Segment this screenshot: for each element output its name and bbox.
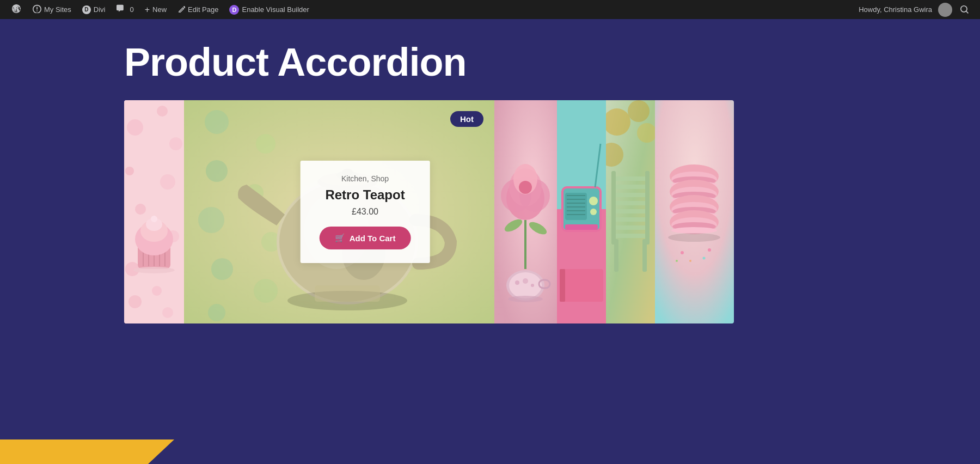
svg-point-22 <box>162 307 173 318</box>
add-to-cart-button[interactable]: 🛒 Add To Cart <box>320 227 411 249</box>
page-title-wrap: Product Accordion <box>0 41 466 100</box>
svg-rect-92 <box>611 176 650 181</box>
svg-point-27 <box>206 160 228 182</box>
my-sites-icon <box>33 4 41 15</box>
svg-point-3 <box>169 137 182 150</box>
comments-link[interactable]: 0 <box>111 0 139 19</box>
divi-link[interactable]: D Divi <box>77 0 111 19</box>
new-label: New <box>152 5 167 14</box>
svg-rect-96 <box>611 171 616 245</box>
svg-point-119 <box>681 251 684 254</box>
svg-point-75 <box>590 209 597 215</box>
svg-rect-89 <box>611 234 650 238</box>
svg-point-32 <box>254 279 278 303</box>
svg-rect-78 <box>560 269 603 302</box>
bottom-bar <box>0 439 174 464</box>
svg-rect-86 <box>611 209 650 213</box>
svg-rect-67 <box>565 193 587 220</box>
divi-d-icon: D <box>229 5 239 15</box>
svg-point-61 <box>531 284 534 287</box>
svg-point-21 <box>128 295 142 308</box>
svg-point-56 <box>509 272 542 298</box>
svg-rect-94 <box>611 193 650 197</box>
svg-point-74 <box>589 197 598 205</box>
edit-icon <box>177 5 185 14</box>
svg-point-29 <box>198 207 224 233</box>
product-name: Retro Teapot <box>320 187 411 203</box>
svg-point-118 <box>668 233 720 242</box>
accordion-panel-chair[interactable] <box>606 100 655 323</box>
wp-logo-link[interactable] <box>5 0 27 19</box>
admin-bar-right: Howdy, Christina Gwira <box>859 3 975 17</box>
admin-bar: My Sites D Divi 0 + New Edit Page D Enab… <box>0 0 980 19</box>
product-price: £43.00 <box>320 207 411 217</box>
product-accordion: Hot Kitchen, Shop Retro Teapot £43.00 🛒 … <box>124 100 734 323</box>
hot-badge: Hot <box>450 111 483 127</box>
svg-point-117 <box>671 227 717 234</box>
accordion-panel-macaron[interactable] <box>655 100 734 323</box>
new-link[interactable]: + New <box>139 0 172 19</box>
svg-rect-79 <box>560 269 565 302</box>
enable-visual-builder-label: Enable Visual Builder <box>242 5 309 14</box>
my-sites-label: My Sites <box>44 5 71 14</box>
divi-label: Divi <box>94 5 106 14</box>
accordion-panel-rose[interactable] <box>494 100 557 323</box>
svg-point-31 <box>211 258 233 280</box>
new-icon: + <box>145 5 150 15</box>
svg-point-59 <box>515 280 519 285</box>
product-card: Kitchen, Shop Retro Teapot £43.00 🛒 Add … <box>301 161 430 263</box>
svg-rect-93 <box>611 185 650 189</box>
add-to-cart-label: Add To Cart <box>350 234 396 243</box>
svg-point-1 <box>127 119 143 136</box>
svg-point-122 <box>708 248 711 252</box>
page-title: Product Accordion <box>124 41 466 84</box>
svg-point-4 <box>125 167 134 175</box>
svg-point-2 <box>157 106 168 117</box>
edit-page-link[interactable]: Edit Page <box>172 0 224 19</box>
svg-point-9 <box>152 286 162 296</box>
accordion-panel-radio[interactable] <box>557 100 606 323</box>
my-sites-link[interactable]: My Sites <box>27 0 77 19</box>
comments-count: 0 <box>130 5 134 14</box>
main-content: Product Accordion <box>0 19 980 464</box>
svg-rect-43 <box>315 285 380 302</box>
svg-point-60 <box>523 278 528 284</box>
product-category: Kitchen, Shop <box>320 174 411 183</box>
svg-point-26 <box>256 134 275 154</box>
edit-page-label: Edit Page <box>188 5 218 14</box>
svg-rect-88 <box>611 225 650 230</box>
svg-point-33 <box>208 304 225 321</box>
svg-point-58 <box>508 296 543 302</box>
svg-rect-76 <box>565 224 598 230</box>
svg-point-6 <box>135 204 146 215</box>
svg-rect-97 <box>645 171 650 245</box>
divi-icon: D <box>82 5 91 14</box>
wordpress-icon <box>11 3 22 16</box>
svg-point-121 <box>689 260 691 262</box>
svg-rect-95 <box>611 201 650 205</box>
svg-point-5 <box>160 174 175 190</box>
svg-point-20 <box>133 267 175 273</box>
svg-point-25 <box>205 110 229 134</box>
svg-point-120 <box>703 257 706 260</box>
accordion-panel-cupcake[interactable] <box>124 100 184 323</box>
user-avatar[interactable] <box>938 3 952 17</box>
svg-point-19 <box>151 216 157 222</box>
comments-icon <box>117 4 125 15</box>
svg-rect-87 <box>611 217 650 222</box>
user-greeting: Howdy, Christina Gwira <box>859 5 932 14</box>
enable-visual-builder-link[interactable]: D Enable Visual Builder <box>224 0 314 19</box>
svg-point-83 <box>628 100 650 122</box>
svg-point-123 <box>676 260 678 262</box>
cart-icon: 🛒 <box>335 233 345 243</box>
accordion-panel-teapot[interactable]: Hot Kitchen, Shop Retro Teapot £43.00 🛒 … <box>184 100 494 323</box>
admin-search-icon[interactable] <box>955 5 975 14</box>
svg-point-51 <box>519 181 532 194</box>
